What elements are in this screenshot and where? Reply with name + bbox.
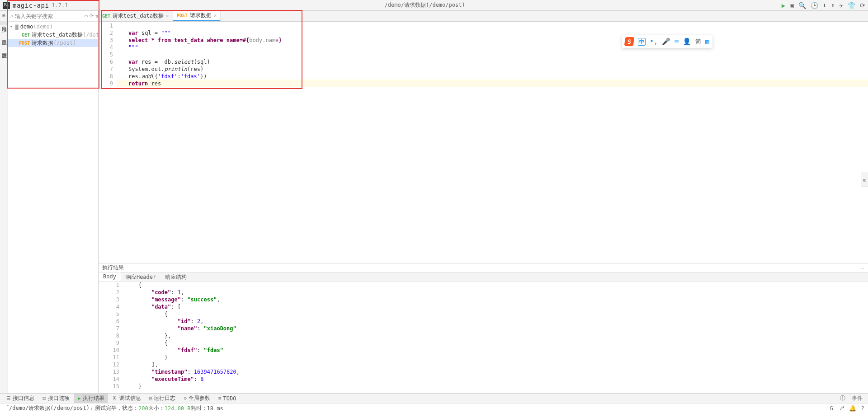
code-editor[interactable]: 1 2 3 4 5 6 7 8 9 var sql = """ select *… [99,22,868,263]
code-token: res. [128,73,142,80]
tab-get-data[interactable]: GET 请求test_data数据 × [99,11,173,21]
bottom-tab-debug[interactable]: ⛨调试信息 [109,394,145,403]
search-row: ⌕ ▭ ⟳ ⇅ [8,11,98,22]
line-number: 4 [99,44,113,51]
search-icon: ⌕ [10,13,13,19]
tab-label: 请求数据 [190,12,212,19]
line-number: 8 [99,73,113,80]
bottom-tab-global[interactable]: ⚙全局参数 [180,394,214,403]
line-number: 4 [102,303,119,310]
minimize-icon[interactable]: — [861,265,864,271]
line-gutter: 1 2 3 4 5 6 7 8 9 [99,22,117,263]
code-token: res = db. [138,59,174,65]
line-number: 2 [102,289,119,296]
right-dock-toggle[interactable]: ◧ [861,173,868,187]
json-viewer[interactable]: 1 2 3 4 5 6 7 8 9 10 11 12 13 14 15 { " [99,282,868,393]
api-tree: ▾ ▇ demo (demo) GET 请求test_data数据 (/data… [8,22,98,48]
collapse-icon[interactable]: ▭ [85,13,88,19]
bt-label: 运行日志 [154,394,175,402]
history-icon[interactable]: 🕒 [811,2,818,9]
github-icon[interactable]: ⎇ [838,405,844,412]
ime-voice-icon[interactable]: 🎤 [662,38,670,46]
folder-icon: ▇ [15,24,19,30]
search-icon[interactable]: 🔍 [798,2,806,9]
tab-post-data[interactable]: POST 请求数据 × [173,11,221,21]
ime-grid-icon[interactable]: ▦ [705,38,709,46]
dock-icon: ◧ [863,178,866,182]
code-token: }) [200,73,207,80]
item-path: (/post) [53,40,76,46]
ime-simplified-toggle[interactable]: 简 [695,38,701,46]
line-number: 3 [102,296,119,303]
line-number: 7 [102,325,119,332]
debug-icon[interactable]: ▣ [790,2,793,9]
theme-icon[interactable]: 👕 [848,2,855,9]
subtab-header[interactable]: 响应Header [121,272,160,281]
line-number: 1 [102,282,119,289]
line-number: 6 [99,58,113,66]
search-input[interactable] [15,13,83,19]
code-token: select [174,59,193,65]
events-link[interactable]: 事件 [849,394,865,402]
tree-folder-demo[interactable]: ▾ ▇ demo (demo) [8,23,98,31]
rail-tab-api[interactable]: 接口 [0,21,8,25]
bottom-tab-api-info[interactable]: ☰接口信息 [3,394,38,403]
cloud-upload-icon[interactable]: ⬆ [831,2,835,9]
refresh-icon[interactable]: ⟳ [860,2,865,9]
line-number: 9 [102,339,119,347]
bt-label: 接口信息 [13,394,34,402]
subtab-structure[interactable]: 响应结构 [160,272,191,281]
help-icon[interactable]: ? [861,405,864,412]
gitee-icon[interactable]: G [830,405,833,412]
method-badge: POST [17,41,30,46]
rail-tab-function[interactable]: 函数 [0,34,8,38]
code-token: } [278,37,282,43]
line-number: 2 [99,29,113,37]
close-icon[interactable]: × [214,13,217,19]
left-rail: ▣ 接口 ▣ 函数 ▣ 数据源 [0,11,8,393]
line-number: 5 [99,51,113,58]
line-number: 6 [102,318,119,325]
results-title-bar: 执行结果 — [99,263,868,272]
status-time-label: 耗时： [191,404,207,412]
code-token: add [142,73,151,80]
item-name: 请求test_data数据 [32,31,83,39]
code-token: (res) [187,66,203,72]
code-token: sql = [138,30,161,36]
ime-punct-icon[interactable]: •, [650,38,658,46]
info-icon[interactable]: ⓘ [837,394,848,402]
reload-icon[interactable]: ⟳ [90,13,94,19]
sort-icon[interactable]: ⇅ [95,13,99,19]
ime-lang-toggle[interactable]: 中 [638,38,646,46]
bottom-tab-todo[interactable]: ≡TODO [215,394,240,403]
status-bar: 「/demo/请求数据(/demo/post)」测试完毕，状态： 200 大小：… [0,403,868,413]
bt-label: 全局参数 [189,394,210,402]
bottom-tab-api-options[interactable]: ⧉接口选项 [39,394,73,403]
subtab-body[interactable]: Body [99,272,121,281]
bottom-tab-log[interactable]: ▤运行日志 [146,394,179,403]
line-number: 7 [99,66,113,73]
send-icon[interactable]: ✈ [840,2,843,9]
tree-item-get-data[interactable]: GET 请求test_data数据 (/data) [8,31,98,39]
close-icon[interactable]: × [166,13,169,19]
results-subtabs: Body 响应Header 响应结构 [99,272,868,282]
ime-keyboard-icon[interactable]: ⌨ [675,38,679,46]
line-number: 12 [102,361,119,368]
run-icon[interactable]: ▶ [782,2,785,9]
code-content[interactable]: var sql = """ select * from test_data wh… [117,22,868,263]
status-text: 「/demo/请求数据(/demo/post)」测试完毕，状态： [4,404,138,412]
code-token: : [177,73,180,80]
cloud-download-icon[interactable]: ⬇ [823,2,826,9]
status-size: 124.00 B [165,405,191,412]
line-number: 14 [102,375,119,383]
ime-user-icon[interactable]: 👤 [683,38,691,46]
bell-icon[interactable]: 🔔 [849,405,856,412]
bottom-tab-results[interactable]: ▶执行结果 [74,394,108,403]
line-number: 8 [102,332,119,339]
rail-folder-icon: ▣ [2,39,5,44]
info-icon: ☰ [6,395,11,401]
rail-tab-datasource[interactable]: 数据源 [0,47,8,51]
ime-toolbar[interactable]: S 中 •, 🎤 ⌨ 👤 简 ▦ [622,35,712,48]
line-number: 13 [102,368,119,375]
tree-item-post-data[interactable]: POST 请求数据 (/post) [8,39,98,47]
